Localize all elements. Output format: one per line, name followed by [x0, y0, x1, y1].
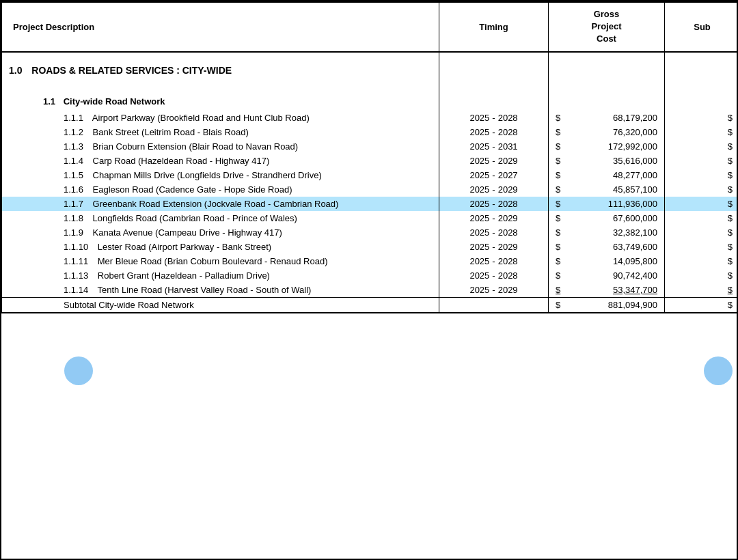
section-label: 1.0 ROADS & RELATED SERVICES : CITY-WIDE — [2, 52, 439, 83]
project-table: Project Description Timing Gross Project… — [1, 1, 738, 313]
row-timing: 2025 - 2031 — [439, 139, 549, 154]
timing-start: 2025 — [469, 270, 489, 281]
row-sub: $ — [665, 254, 739, 268]
row-number: 1.1.7 — [64, 199, 83, 209]
row-number: 1.1.2 — [64, 127, 83, 137]
table-row: 1.1.2 Bank Street (Leitrim Road - Blais … — [2, 125, 739, 139]
subtotal-sub: $ — [665, 297, 739, 313]
timing-dash: - — [492, 242, 495, 252]
cost-symbol: $ — [556, 113, 560, 123]
row-number-desc: 1.1.8 Longfields Road (Cambrian Road - P… — [2, 211, 439, 225]
timing-start: 2025 — [469, 184, 489, 195]
row-number: 1.1.3 — [64, 141, 83, 152]
row-desc: Mer Bleue Road (Brian Coburn Boulevard -… — [98, 256, 328, 266]
table-row: 1.1.10 Lester Road (Airport Parkway - Ba… — [2, 240, 739, 254]
row-timing: 2025 - 2029 — [439, 283, 549, 298]
row-timing: 2025 - 2028 — [439, 268, 549, 283]
timing-end: 2027 — [498, 170, 518, 180]
row-cost: $ 14,095,800 — [549, 254, 665, 268]
row-cost: $ 48,277,000 — [549, 168, 665, 182]
timing-dash: - — [492, 141, 495, 152]
timing-end: 2028 — [498, 127, 518, 137]
timing-start: 2025 — [469, 113, 489, 123]
timing-start: 2025 — [469, 199, 489, 209]
subsection-number: 1.1 — [43, 96, 55, 107]
timing-start: 2025 — [469, 227, 489, 238]
timing-dash: - — [492, 184, 495, 195]
timing-dash: - — [492, 270, 495, 281]
col-gross-line3: Cost — [556, 33, 657, 45]
subtotal-row: Subtotal City-wide Road Network $ 881,09… — [2, 297, 739, 313]
row-number: 1.1.1 — [64, 113, 83, 123]
timing-start: 2025 — [469, 127, 489, 137]
timing-dash: - — [492, 156, 495, 166]
cost-symbol: $ — [556, 156, 560, 166]
cost-value: 32,382,100 — [563, 227, 657, 238]
circle-annotation-num — [64, 356, 93, 385]
row-number: 1.1.8 — [64, 213, 83, 223]
cost-display: $ 35,616,000 — [556, 156, 657, 166]
subtotal-cost-value: 881,094,900 — [563, 300, 657, 310]
row-desc: Greenbank Road Extension (Jockvale Road … — [93, 199, 339, 209]
row-number-desc: 1.1.13 Robert Grant (Hazeldean - Palladi… — [2, 268, 439, 283]
timing-end: 2028 — [498, 270, 518, 281]
col-sub-label: Sub — [694, 22, 711, 32]
sub-symbol: $ — [728, 270, 733, 281]
row-desc: Chapman Mills Drive (Longfields Drive - … — [93, 170, 322, 180]
timing-display: 2025 - 2027 — [446, 170, 541, 180]
subsection-title: City-wide Road Network — [64, 96, 165, 107]
timing-end: 2029 — [498, 213, 518, 223]
sub-symbol: $ — [728, 113, 733, 123]
sub-symbol: $ — [728, 141, 733, 152]
timing-display: 2025 - 2029 — [446, 156, 541, 166]
row-sub: $ — [665, 211, 739, 225]
row-desc: Longfields Road (Cambrian Road - Prince … — [93, 213, 297, 223]
row-sub: $ — [665, 283, 739, 298]
row-cost: $ 45,857,100 — [549, 182, 665, 197]
row-desc: Robert Grant (Hazeldean - Palladium Driv… — [98, 270, 270, 281]
subsection-row-1-1: 1.1 City-wide Road Network — [2, 88, 739, 111]
row-timing: 2025 - 2028 — [439, 197, 549, 211]
row-sub: $ — [665, 125, 739, 139]
subsection-label: 1.1 City-wide Road Network — [2, 88, 439, 111]
timing-display: 2025 - 2028 — [446, 127, 541, 137]
row-desc: Brian Coburn Extension (Blair Road to Na… — [93, 141, 299, 152]
subtotal-label: Subtotal City-wide Road Network — [2, 297, 439, 313]
section-cost-empty — [549, 52, 665, 83]
table-row: 1.1.7 Greenbank Road Extension (Jockvale… — [2, 197, 739, 211]
row-number: 1.1.4 — [64, 156, 83, 166]
table-row: 1.1.13 Robert Grant (Hazeldean - Palladi… — [2, 268, 739, 283]
row-desc: Tenth Line Road (Harvest Valley Road - S… — [98, 285, 312, 295]
table-row: 1.1.4 Carp Road (Hazeldean Road - Highwa… — [2, 154, 739, 168]
sub-symbol: $ — [728, 170, 733, 180]
row-cost: $ 63,749,600 — [549, 240, 665, 254]
cost-symbol: $ — [556, 285, 560, 295]
row-timing: 2025 - 2028 — [439, 111, 549, 125]
sub-symbol: $ — [728, 127, 733, 137]
subtotal-cost: $ 881,094,900 — [549, 297, 665, 313]
cost-value: 63,749,600 — [563, 242, 657, 252]
sub-symbol: $ — [728, 285, 733, 295]
row-timing: 2025 - 2028 — [439, 125, 549, 139]
col-gross-multiline: Gross Project Cost — [556, 8, 657, 46]
col-timing-label: Timing — [479, 22, 508, 32]
sub-symbol: $ — [728, 256, 733, 266]
timing-end: 2029 — [498, 156, 518, 166]
cost-display: $ 67,600,000 — [556, 213, 657, 223]
cost-display: $ 48,277,000 — [556, 170, 657, 180]
table-row: 1.1.5 Chapman Mills Drive (Longfields Dr… — [2, 168, 739, 182]
row-desc: Airport Parkway (Brookfield Road and Hun… — [92, 113, 310, 123]
row-sub: $ — [665, 168, 739, 182]
cost-symbol: $ — [556, 141, 560, 152]
cost-display: $ 14,095,800 — [556, 256, 657, 266]
cost-display: $ 172,992,000 — [556, 141, 657, 152]
sub-symbol: $ — [728, 242, 733, 252]
col-header-sub: Sub — [665, 2, 739, 52]
cost-value: 53,347,700 — [563, 285, 657, 295]
row-sub: $ — [665, 111, 739, 125]
row-cost: $ 67,600,000 — [549, 211, 665, 225]
row-number-desc: 1.1.2 Bank Street (Leitrim Road - Blais … — [2, 125, 439, 139]
row-cost: $ 111,936,000 — [549, 197, 665, 211]
row-number-desc: 1.1.11 Mer Bleue Road (Brian Coburn Boul… — [2, 254, 439, 268]
cost-symbol: $ — [556, 127, 560, 137]
